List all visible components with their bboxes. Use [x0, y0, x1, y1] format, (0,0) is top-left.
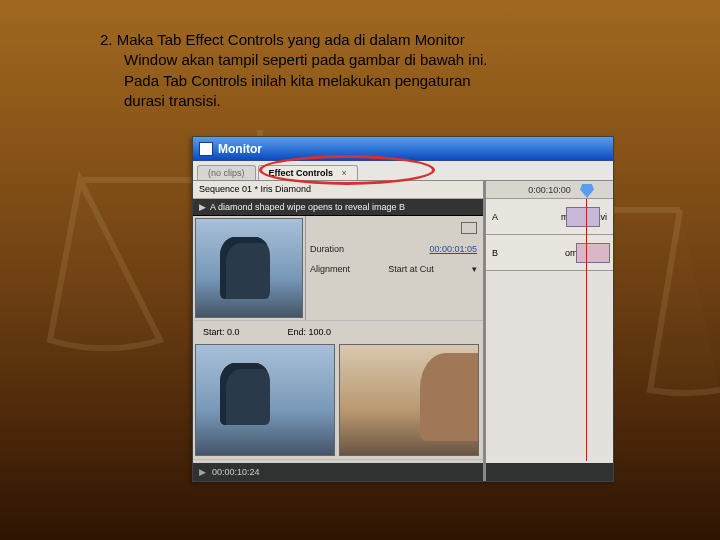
alignment-label: Alignment [310, 264, 350, 274]
clip-a-block[interactable] [566, 207, 600, 227]
clip-row-a: A movie-1.avi [486, 199, 613, 235]
tab-no-clips[interactable]: (no clips) [197, 165, 256, 180]
tab-effect-controls-label: Effect Controls [269, 168, 334, 178]
playhead-line[interactable] [586, 199, 587, 461]
main-area: Sequence 01 * Iris Diamond ▶ A diamond s… [193, 181, 613, 481]
clip-a-prefix: A [492, 212, 498, 222]
alignment-value[interactable]: Start at Cut [388, 264, 434, 274]
clip-row-b: B ombak 7.a [486, 235, 613, 271]
timeline-panel: 0:00:10:00 A movie-1.avi B ombak 7.a [483, 181, 613, 481]
instruction-line3: Pada Tab Controls inilah kita melakukan … [124, 71, 600, 91]
start-label: Start: [203, 327, 225, 337]
close-icon[interactable]: × [342, 168, 347, 178]
titlebar: Monitor [193, 137, 613, 161]
expand-triangle-icon[interactable]: ▶ [199, 202, 206, 212]
big-preview-row [193, 342, 483, 460]
preview-end-frame [339, 344, 479, 456]
left-panel: Sequence 01 * Iris Diamond ▶ A diamond s… [193, 181, 483, 481]
preview-thumb-a [195, 218, 303, 318]
start-end-row: Start: 0.0 End: 100.0 [193, 320, 483, 342]
instruction-text: 2. Maka Tab Effect Controls yang ada di … [100, 30, 600, 111]
clip-b-block[interactable] [576, 243, 610, 263]
chevron-down-icon[interactable]: ▾ [472, 264, 477, 274]
duration-value[interactable]: 00:00:01:05 [429, 244, 477, 254]
footer-bar: ▶ 00:00:10:24 [193, 463, 483, 481]
end-label: End: [288, 327, 307, 337]
clip-b-prefix: B [492, 248, 498, 258]
transition-description: A diamond shaped wipe opens to reveal im… [210, 202, 405, 212]
start-value[interactable]: 0.0 [227, 327, 240, 337]
timecode-ruler[interactable]: 0:00:10:00 [486, 181, 613, 199]
flash-indicator [461, 222, 477, 234]
window-icon [199, 142, 213, 156]
preview-row: Duration 00:00:01:05 Alignment Start at … [193, 216, 483, 320]
tab-bar: (no clips) Effect Controls × [193, 161, 613, 181]
monitor-window: Monitor (no clips) Effect Controls × Seq… [192, 136, 614, 482]
end-value[interactable]: 100.0 [309, 327, 332, 337]
duration-label: Duration [310, 244, 344, 254]
window-title: Monitor [218, 142, 262, 156]
transition-description-row: ▶ A diamond shaped wipe opens to reveal … [193, 199, 483, 217]
play-icon[interactable]: ▶ [199, 467, 206, 477]
preview-start-frame [195, 344, 335, 456]
instruction-line2: Window akan tampil seperti pada gambar d… [124, 50, 600, 70]
sequence-path: Sequence 01 * Iris Diamond [193, 181, 483, 199]
tab-effect-controls[interactable]: Effect Controls × [258, 165, 358, 180]
timeline-footer [486, 463, 613, 481]
playhead-marker-icon[interactable] [580, 184, 594, 198]
timecode-header-value: 0:00:10:00 [528, 185, 571, 195]
instruction-line1: 2. Maka Tab Effect Controls yang ada di … [100, 31, 465, 48]
preview-controls: Duration 00:00:01:05 Alignment Start at … [305, 216, 483, 320]
instruction-line4: durasi transisi. [124, 91, 600, 111]
footer-timecode: 00:00:10:24 [212, 467, 260, 477]
